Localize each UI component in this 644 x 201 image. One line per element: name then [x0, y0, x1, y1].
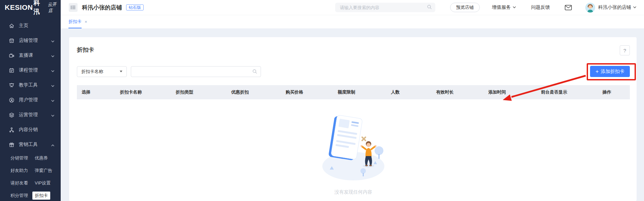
chevron-down-icon	[513, 5, 516, 10]
column-header: 人数	[371, 89, 419, 95]
sidebar-item-home[interactable]: 主页	[0, 18, 61, 33]
sidebar-item-user-management[interactable]: 用户管理	[0, 93, 61, 107]
sidebar-item-label: 运营管理	[19, 112, 38, 118]
discount-card-panel: 折扣卡 ? 折扣卡名称 + 添加折扣卡	[69, 37, 637, 201]
brand-logo: KESION 科汛 云开店	[0, 0, 61, 15]
card-header: 折扣卡 ?	[77, 45, 630, 55]
column-header: 前台是否显示	[524, 89, 584, 95]
feedback-link[interactable]: 问题反馈	[531, 4, 550, 10]
content-area: 折扣卡 ? 折扣卡名称 + 添加折扣卡	[61, 28, 644, 201]
sidebar-item-label: 店铺管理	[19, 37, 38, 44]
user-icon	[9, 97, 14, 103]
submenu-item-popup-ads[interactable]: 弹窗广告	[32, 167, 55, 175]
avatar[interactable]	[585, 3, 595, 12]
empty-state: 没有发现任何内容	[77, 113, 630, 195]
sidebar-item-content-distribution[interactable]: 内容分销	[0, 122, 61, 137]
collapse-sidebar-button[interactable]	[69, 3, 78, 12]
filter-search-input[interactable]	[135, 69, 252, 74]
sidebar-item-shop-management[interactable]: 店铺管理	[0, 33, 61, 48]
main-area: 科汛小张的店铺 钻石版 预览店铺 增值服务 问题反馈 科汛小张的店铺	[61, 0, 644, 201]
chevron-down-icon	[51, 113, 55, 117]
table-header-row: 选择 折扣卡名称 折扣类型 优惠折扣 购买价格 额度限制 人数 有效时长 添加时…	[77, 85, 630, 99]
sidebar: KESION 科汛 云开店 主页 店铺管理 直播课 课程管理 教学工具	[0, 0, 61, 201]
tab-label: 折扣卡	[68, 16, 82, 29]
chevron-down-icon	[51, 54, 55, 57]
layers-icon	[9, 112, 14, 118]
page-title: 折扣卡	[77, 46, 94, 54]
column-header: 折扣类型	[156, 89, 213, 95]
search-icon[interactable]	[427, 4, 432, 11]
sidebar-item-label: 直播课	[19, 52, 33, 58]
account-menu[interactable]: 科汛小张的店铺	[598, 4, 637, 10]
brand-logo-script: 云开店	[48, 1, 61, 14]
plus-icon: +	[595, 69, 598, 74]
submenu-item-discount-card[interactable]: 折扣卡	[32, 192, 50, 200]
column-header: 额度限制	[322, 89, 371, 95]
value-added-services-label: 增值服务	[492, 4, 511, 10]
sidebar-item-course-management[interactable]: 课程管理	[0, 63, 61, 78]
sidebar-item-label: 用户管理	[19, 97, 38, 103]
course-calendar-icon	[9, 68, 14, 73]
shop-title: 科汛小张的店铺	[82, 4, 122, 11]
sidebar-item-live-class[interactable]: 直播课	[0, 48, 61, 63]
tab-bar: 折扣卡 ×	[61, 15, 644, 28]
global-search[interactable]	[335, 3, 435, 12]
shop-icon	[9, 38, 14, 44]
sidebar-item-label: 营销工具	[19, 142, 38, 148]
feedback-label: 问题反馈	[531, 4, 550, 10]
submenu-item-points-management[interactable]: 积分管理	[8, 192, 30, 200]
gift-icon	[9, 142, 14, 148]
share-network-icon	[9, 127, 14, 133]
mail-icon[interactable]	[565, 5, 572, 10]
sidebar-item-marketing-tools[interactable]: 营销工具	[0, 137, 61, 152]
sidebar-item-teaching-tools[interactable]: 教学工具	[0, 78, 61, 93]
search-icon[interactable]	[252, 69, 257, 74]
column-header: 有效时长	[420, 89, 470, 95]
chevron-up-icon	[51, 143, 55, 147]
live-camera-icon	[9, 53, 14, 58]
chevron-down-icon	[51, 83, 55, 87]
marketing-submenu: 分销管理 优惠券 好友助力 弹窗广告 请好友看 VIP设置 积分管理 折扣卡	[0, 154, 61, 200]
add-discount-card-button[interactable]: + 添加折扣卡	[590, 66, 630, 77]
chevron-down-icon	[51, 98, 55, 102]
submenu-item-friend-boost[interactable]: 好友助力	[8, 167, 30, 175]
tab-close-icon[interactable]: ×	[85, 19, 87, 25]
empty-state-illustration	[320, 113, 387, 184]
chevron-down-icon	[51, 69, 55, 72]
column-header: 优惠折扣	[213, 89, 267, 95]
teaching-board-icon	[9, 82, 14, 88]
submenu-item-vip-settings[interactable]: VIP设置	[32, 179, 53, 187]
collapse-sidebar-icon	[71, 5, 76, 9]
brand-logo-cn: 科汛	[34, 0, 46, 16]
filter-field-select[interactable]: 折扣卡名称	[77, 66, 127, 77]
preview-shop-button[interactable]: 预览店铺	[450, 3, 480, 12]
home-icon	[9, 23, 14, 29]
sidebar-item-label: 教学工具	[19, 82, 38, 88]
sidebar-item-label: 课程管理	[19, 67, 38, 73]
column-header: 购买价格	[267, 89, 322, 95]
submenu-item-distribution-management[interactable]: 分销管理	[8, 154, 30, 162]
tab-discount-card[interactable]: 折扣卡 ×	[68, 16, 87, 28]
global-search-input[interactable]	[340, 5, 427, 10]
column-header: 选择	[77, 89, 106, 95]
sidebar-item-operation-management[interactable]: 运营管理	[0, 107, 61, 122]
column-header: 折扣卡名称	[106, 89, 156, 95]
sidebar-item-label: 内容分销	[19, 127, 38, 133]
filter-search-box[interactable]	[131, 66, 261, 77]
edition-badge: 钻石版	[126, 4, 144, 10]
sidebar-item-label: 主页	[19, 23, 28, 29]
empty-state-text: 没有发现任何内容	[334, 189, 372, 195]
value-added-services-menu[interactable]: 增值服务	[492, 4, 516, 10]
column-header: 添加时间	[470, 89, 524, 95]
account-name: 科汛小张的店铺	[598, 4, 631, 10]
submenu-item-coupon[interactable]: 优惠券	[32, 154, 50, 162]
add-discount-card-label: 添加折扣卡	[601, 69, 624, 75]
help-button[interactable]: ?	[620, 45, 630, 55]
brand-logo-text: KESION	[5, 3, 33, 11]
sidebar-menu: 主页 店铺管理 直播课 课程管理 教学工具 用户管理	[0, 18, 61, 152]
select-caret-icon	[120, 71, 122, 72]
column-header: 操作	[584, 89, 630, 95]
filter-row: 折扣卡名称 + 添加折扣卡	[77, 66, 630, 77]
chevron-down-icon	[633, 5, 637, 10]
submenu-item-invite-friends[interactable]: 请好友看	[8, 179, 30, 187]
